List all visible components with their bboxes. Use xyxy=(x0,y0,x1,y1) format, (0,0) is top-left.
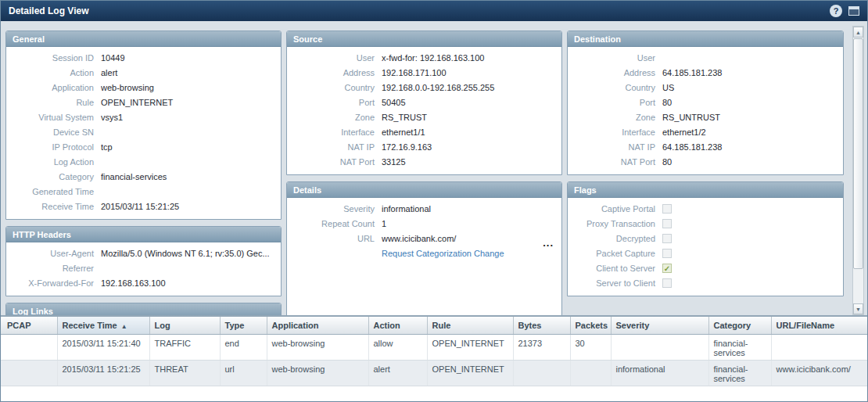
log-cell xyxy=(513,360,570,386)
field-label: Receive Time xyxy=(6,199,94,214)
field-label: Port xyxy=(287,95,375,110)
field-row: Address64.185.181.238 xyxy=(568,66,843,81)
checkbox-checked-icon: ✓ xyxy=(662,264,672,273)
log-cell: web-browsing xyxy=(267,360,368,386)
field-value: 172.16.9.163 xyxy=(382,140,561,155)
detailed-log-view-dialog: Detailed Log View ? General Session ID10… xyxy=(0,0,868,402)
column-header-log[interactable]: Log xyxy=(149,317,220,334)
field-value: alert xyxy=(101,66,281,81)
log-links-panel: Log Links xyxy=(5,303,282,315)
vertical-scrollbar[interactable]: ▲ ▼ xyxy=(852,26,864,315)
field-row: Address192.168.171.100 xyxy=(287,66,561,81)
field-row: Severityinformational xyxy=(287,202,561,217)
field-label: Interface xyxy=(287,125,375,140)
http-headers-panel: HTTP Headers User-AgentMozilla/5.0 (Wind… xyxy=(5,226,282,296)
source-panel-header: Source xyxy=(287,31,561,47)
left-column: General Session ID10449ActionalertApplic… xyxy=(5,31,282,315)
log-cell: web-browsing xyxy=(267,334,368,360)
column-header-category[interactable]: Category xyxy=(708,317,771,334)
field-value: RS_TRUST xyxy=(382,110,561,125)
field-row: ZoneRS_TRUST xyxy=(287,110,561,125)
window-icon[interactable] xyxy=(848,6,859,16)
log-cell xyxy=(1,360,57,386)
log-cell: THREAT xyxy=(149,360,220,386)
flag-row: Proxy Transaction xyxy=(568,217,843,232)
http-headers-panel-header: HTTP Headers xyxy=(6,227,281,242)
checkbox-unchecked-icon xyxy=(662,278,672,288)
field-value: 192.168.0.0-192.168.255.255 xyxy=(382,81,561,95)
more-options-button[interactable]: ... xyxy=(543,237,554,249)
field-label: Action xyxy=(6,66,94,81)
request-categorization-change-link[interactable]: Request Categorization Change xyxy=(382,246,504,261)
flag-row: Server to Client xyxy=(568,276,843,291)
scrollbar-thumb[interactable] xyxy=(853,38,863,269)
column-header-packets[interactable]: Packets xyxy=(570,317,611,334)
column-header-rule[interactable]: Rule xyxy=(427,317,513,334)
checkbox-unchecked-icon xyxy=(662,204,672,214)
details-panel: Details SeverityinformationalRepeat Coun… xyxy=(286,181,562,315)
column-header-application[interactable]: Application xyxy=(267,317,368,334)
field-label: Country xyxy=(568,81,655,95)
field-label: User xyxy=(568,51,655,66)
field-value: x-fwd-for: 192.168.163.100 xyxy=(382,51,561,66)
field-value: 10449 xyxy=(101,51,281,66)
column-header-url-filename[interactable]: URL/FileName xyxy=(771,317,867,334)
log-cell: allow xyxy=(368,334,427,360)
field-value: 64.185.181.238 xyxy=(662,140,843,155)
column-header-receive-time[interactable]: Receive Time▲ xyxy=(57,317,149,334)
field-row: X-Forwarded-For192.168.163.100 xyxy=(6,276,281,291)
column-header-severity[interactable]: Severity xyxy=(611,317,708,334)
title-bar-icons: ? xyxy=(830,5,859,17)
log-row[interactable]: 2015/03/11 15:21:25THREATurlweb-browsing… xyxy=(1,360,867,386)
flag-row: Packet Capture xyxy=(568,246,843,261)
log-row[interactable]: 2015/03/11 15:21:40TRAFFICendweb-browsin… xyxy=(1,334,867,360)
field-value: ethernet1/1 xyxy=(382,125,561,140)
field-label: Interface xyxy=(568,125,655,140)
scroll-down-icon[interactable]: ▼ xyxy=(853,303,863,314)
field-row: Virtual Systemvsys1 xyxy=(6,110,281,125)
http-headers-panel-body: User-AgentMozilla/5.0 (Windows NT 6.1; r… xyxy=(6,242,281,296)
field-row: Userx-fwd-for: 192.168.163.100 xyxy=(287,51,561,66)
field-row: Repeat Count1 xyxy=(287,217,561,232)
field-row: URLwww.icicibank.com/ xyxy=(287,232,561,246)
checkbox-unchecked-icon xyxy=(662,249,672,258)
flag-label: Server to Client xyxy=(568,276,655,291)
scroll-up-icon[interactable]: ▲ xyxy=(853,27,863,38)
field-label: Port xyxy=(568,95,655,110)
flag-row: Captive Portal xyxy=(568,202,843,217)
flag-row: Decrypted xyxy=(568,232,843,246)
log-table-header-row: PCAPReceive Time▲LogTypeApplicationActio… xyxy=(1,317,867,334)
field-row: Generated Time xyxy=(6,185,281,199)
log-table-area: PCAPReceive Time▲LogTypeApplicationActio… xyxy=(1,315,867,401)
flag-row: Client to Server✓ xyxy=(568,261,843,276)
field-label: Generated Time xyxy=(6,185,94,199)
field-label: Address xyxy=(287,66,375,81)
log-table-body: 2015/03/11 15:21:40TRAFFICendweb-browsin… xyxy=(1,334,867,386)
log-cell: 2015/03/11 15:21:40 xyxy=(57,334,149,360)
flag-label: Client to Server xyxy=(568,261,655,276)
column-header-type[interactable]: Type xyxy=(220,317,267,334)
field-label: NAT IP xyxy=(287,140,375,155)
field-label: Session ID xyxy=(6,51,94,66)
field-label: Zone xyxy=(287,110,375,125)
source-panel-body: Userx-fwd-for: 192.168.163.100Address192… xyxy=(287,47,561,174)
sort-asc-icon: ▲ xyxy=(121,323,127,330)
field-row: Country192.168.0.0-192.168.255.255 xyxy=(287,81,561,95)
details-panel-body: SeverityinformationalRepeat Count1URLwww… xyxy=(287,198,561,315)
field-row: CountryUS xyxy=(568,81,843,95)
field-label: NAT IP xyxy=(568,140,655,155)
field-value: financial-services xyxy=(101,170,281,185)
column-header-action[interactable]: Action xyxy=(368,317,427,334)
panels-scroll-area: General Session ID10449ActionalertApplic… xyxy=(5,26,844,315)
help-icon[interactable]: ? xyxy=(830,5,842,17)
column-header-pcap[interactable]: PCAP xyxy=(1,317,57,334)
log-cell: url xyxy=(220,360,267,386)
field-label: X-Forwarded-For xyxy=(6,276,94,291)
field-row: User xyxy=(568,51,843,66)
window-title: Detailed Log View xyxy=(9,5,88,16)
flags-panel: Flags Captive PortalProxy TransactionDec… xyxy=(567,181,844,296)
column-header-bytes[interactable]: Bytes xyxy=(513,317,570,334)
field-value: www.icicibank.com/ xyxy=(382,232,561,246)
field-value: 80 xyxy=(662,155,843,170)
field-row: RuleOPEN_INTERNET xyxy=(6,95,281,110)
